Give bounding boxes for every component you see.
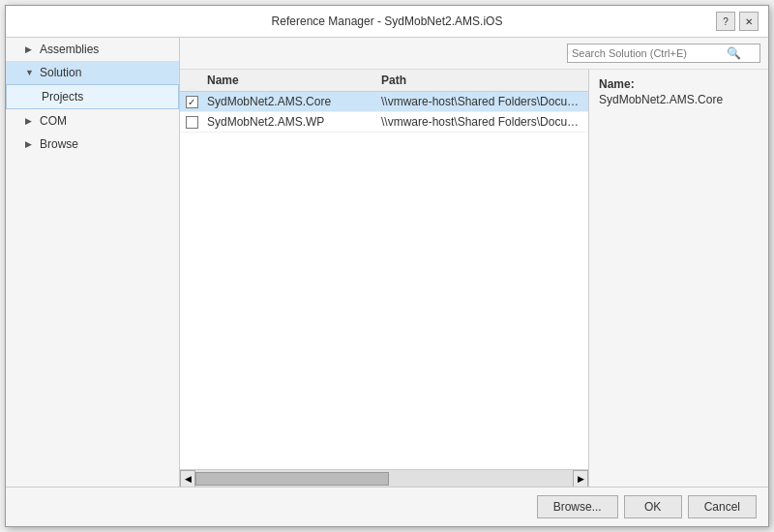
sidebar-item-label: Browse	[40, 137, 78, 151]
chevron-down-icon: ▼	[25, 68, 35, 77]
table-area: Name Path ✓ SydMobNet2.AMS.Core \\vmware…	[180, 70, 589, 487]
search-input-wrap[interactable]: 🔍	[567, 44, 760, 63]
detail-panel: Name: SydMobNet2.AMS.Core	[589, 70, 768, 487]
detail-value: SydMobNet2.AMS.Core	[599, 93, 759, 106]
header-path: Path	[377, 74, 588, 87]
search-bar: 🔍	[180, 38, 768, 70]
cell-path: \\vmware-host\Shared Folders\Documents\	[377, 115, 588, 129]
scroll-thumb[interactable]	[195, 472, 389, 486]
cell-path: \\vmware-host\Shared Folders\Documents\	[377, 95, 588, 108]
chevron-right-icon: ▶	[25, 139, 35, 149]
sidebar-item-projects[interactable]: Projects	[6, 84, 179, 109]
sidebar-item-label: Solution	[40, 66, 81, 79]
table-scrollbar[interactable]: ◀ ▶	[180, 469, 588, 487]
browse-button[interactable]: Browse...	[537, 495, 618, 518]
scroll-track[interactable]	[195, 470, 573, 487]
header-name: Name	[203, 74, 377, 87]
search-input[interactable]	[572, 47, 727, 59]
cell-check	[180, 116, 203, 129]
sidebar-item-label: Assemblies	[40, 43, 99, 56]
title-buttons: ? ✕	[716, 12, 759, 31]
close-button[interactable]: ✕	[739, 12, 759, 31]
title-bar: Reference Manager - SydMobNet2.AMS.iOS ?…	[6, 6, 768, 38]
footer: Browse... OK Cancel	[6, 487, 768, 526]
sidebar-item-solution[interactable]: ▼ Solution	[6, 61, 179, 84]
content-area: ▶ Assemblies ▼ Solution Projects ▶ COM ▶…	[6, 38, 768, 487]
cell-name: SydMobNet2.AMS.Core	[203, 95, 377, 108]
checkbox-unchecked[interactable]	[186, 116, 198, 129]
sidebar-item-assemblies[interactable]: ▶ Assemblies	[6, 38, 179, 61]
table-header: Name Path	[180, 70, 588, 92]
sidebar: ▶ Assemblies ▼ Solution Projects ▶ COM ▶…	[6, 38, 180, 487]
table-row[interactable]: SydMobNet2.AMS.WP \\vmware-host\Shared F…	[180, 112, 588, 133]
table-body: ✓ SydMobNet2.AMS.Core \\vmware-host\Shar…	[180, 92, 588, 469]
scroll-left-button[interactable]: ◀	[180, 470, 195, 488]
scroll-right-button[interactable]: ▶	[573, 470, 588, 488]
chevron-right-icon: ▶	[25, 116, 35, 126]
header-check	[180, 74, 203, 87]
table-detail: Name Path ✓ SydMobNet2.AMS.Core \\vmware…	[180, 70, 768, 487]
search-icon[interactable]: 🔍	[727, 46, 741, 60]
chevron-right-icon: ▶	[25, 44, 35, 54]
table-row[interactable]: ✓ SydMobNet2.AMS.Core \\vmware-host\Shar…	[180, 92, 588, 112]
sidebar-item-label: COM	[40, 114, 67, 128]
dialog-title: Reference Manager - SydMobNet2.AMS.iOS	[58, 15, 716, 28]
sidebar-item-com[interactable]: ▶ COM	[6, 109, 179, 133]
ok-button[interactable]: OK	[624, 495, 682, 518]
help-button[interactable]: ?	[716, 12, 735, 31]
cancel-button[interactable]: Cancel	[688, 495, 757, 518]
cell-name: SydMobNet2.AMS.WP	[203, 115, 377, 129]
checkbox-checked[interactable]: ✓	[186, 96, 198, 108]
cell-check: ✓	[180, 96, 203, 108]
detail-label: Name:	[599, 77, 759, 91]
sidebar-item-label: Projects	[42, 90, 83, 103]
dialog: Reference Manager - SydMobNet2.AMS.iOS ?…	[5, 5, 769, 527]
main-content: 🔍 Name Path	[180, 38, 768, 487]
sidebar-item-browse[interactable]: ▶ Browse	[6, 133, 179, 156]
